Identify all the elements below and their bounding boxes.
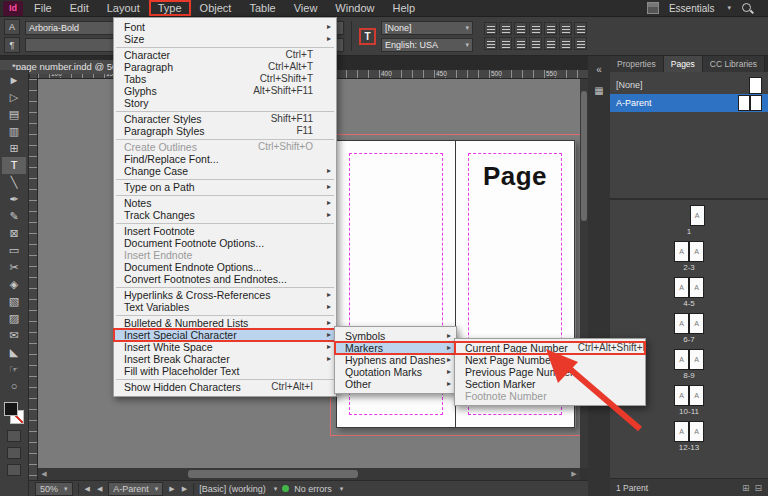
- menu-item-quotation-marks[interactable]: Quotation Marks▸: [335, 366, 456, 378]
- menu-item-previous-page-number[interactable]: Previous Page Number: [455, 366, 645, 378]
- menu-item-track-changes[interactable]: Track Changes▸: [114, 209, 336, 221]
- character-formatting-toggle[interactable]: A: [4, 19, 20, 35]
- menu-item-insert-footnote[interactable]: Insert Footnote: [114, 225, 336, 237]
- menu-item-fill-with-placeholder-text[interactable]: Fill with Placeholder Text: [114, 365, 336, 377]
- language-select[interactable]: English: USA ▾: [381, 38, 473, 52]
- gradient-swatch-tool[interactable]: ▧: [2, 293, 26, 310]
- gap-tool[interactable]: ▥: [2, 123, 26, 140]
- collapsed-panel-icon[interactable]: ▦: [594, 85, 603, 96]
- type-tool[interactable]: T: [2, 157, 26, 174]
- menu-item-insert-break-character[interactable]: Insert Break Character▸: [114, 353, 336, 365]
- rectangle-frame-tool[interactable]: ⊠: [2, 225, 26, 242]
- justify-all-button[interactable]: [574, 22, 587, 35]
- menubar-item-table[interactable]: Table: [240, 0, 284, 16]
- page-heading-text[interactable]: Page: [456, 161, 574, 192]
- paragraph-formatting-toggle[interactable]: ¶: [4, 37, 20, 53]
- menu-item-markers[interactable]: Markers▸: [335, 342, 456, 354]
- menu-item-text-variables[interactable]: Text Variables▸: [114, 301, 336, 313]
- last-line-indent-button[interactable]: [529, 37, 542, 50]
- tab-cc-libraries[interactable]: CC Libraries: [703, 56, 765, 72]
- pen-tool[interactable]: ✒: [2, 191, 26, 208]
- parent-row-a-parent[interactable]: A-Parent: [610, 94, 768, 112]
- menubar-item-object[interactable]: Object: [191, 0, 241, 16]
- menu-item-insert-white-space[interactable]: Insert White Space▸: [114, 341, 336, 353]
- zoom-tool[interactable]: ○: [2, 378, 26, 395]
- menu-item-next-page-number[interactable]: Next Page Number: [455, 354, 645, 366]
- menu-item-symbols[interactable]: Symbols▸: [335, 330, 456, 342]
- align-left-button[interactable]: [484, 22, 497, 35]
- menubar-item-view[interactable]: View: [285, 0, 327, 16]
- scroll-left-arrow[interactable]: ◀: [38, 470, 50, 478]
- menubar-item-file[interactable]: File: [25, 0, 61, 16]
- tab-properties[interactable]: Properties: [610, 56, 664, 72]
- page-spread-1[interactable]: A1: [674, 205, 705, 236]
- menu-item-document-footnote-options[interactable]: Document Footnote Options...: [114, 237, 336, 249]
- line-tool[interactable]: ╲: [2, 174, 26, 191]
- space-after-button[interactable]: [559, 37, 572, 50]
- pencil-tool[interactable]: ✎: [2, 208, 26, 225]
- indent-right-button[interactable]: [499, 37, 512, 50]
- create-page-icon[interactable]: ⊞: [742, 483, 750, 493]
- menubar-item-edit[interactable]: Edit: [61, 0, 98, 16]
- expand-panels-icon[interactable]: «: [596, 64, 602, 75]
- vertical-scroll-thumb[interactable]: [581, 91, 587, 221]
- menu-item-size[interactable]: Size▸: [114, 33, 336, 45]
- free-transform-tool[interactable]: ◈: [2, 276, 26, 293]
- direct-selection-tool[interactable]: ▷: [2, 89, 26, 106]
- justify-center-button[interactable]: [544, 22, 557, 35]
- menu-item-document-endnote-options[interactable]: Document Endnote Options...: [114, 261, 336, 273]
- gradient-feather-tool[interactable]: ▨: [2, 310, 26, 327]
- fill-stroke-swatch[interactable]: [3, 401, 25, 425]
- menu-item-story[interactable]: Story: [114, 97, 336, 109]
- apply-color-button[interactable]: [7, 447, 21, 459]
- menu-item-other[interactable]: Other▸: [335, 378, 456, 390]
- selection-tool[interactable]: ►: [2, 72, 26, 89]
- page-spread-6-7[interactable]: AA6-7: [674, 313, 704, 344]
- menu-item-insert-special-character[interactable]: Insert Special Character▸: [114, 329, 336, 341]
- align-right-button[interactable]: [514, 22, 527, 35]
- eyedropper-tool[interactable]: ◣: [2, 344, 26, 361]
- character-style-select[interactable]: [None] ▾: [381, 21, 473, 35]
- menu-item-character-styles[interactable]: Character StylesShift+F11: [114, 113, 336, 125]
- menu-item-hyphens-and-dashes[interactable]: Hyphens and Dashes▸: [335, 354, 456, 366]
- last-page-button[interactable]: ▶: [181, 485, 188, 493]
- menu-item-tabs[interactable]: TabsCtrl+Shift+T: [114, 73, 336, 85]
- preflight-errors-label[interactable]: No errors: [294, 484, 332, 494]
- preflight-profile[interactable]: [Basic] (working): [199, 484, 266, 494]
- parent-row-none[interactable]: [None]: [610, 76, 768, 94]
- horizontal-scroll-thumb[interactable]: [188, 470, 358, 478]
- note-tool[interactable]: ✉: [2, 327, 26, 344]
- indent-left-button[interactable]: [484, 37, 497, 50]
- menu-item-bulleted-numbered-lists[interactable]: Bulleted & Numbered Lists▸: [114, 317, 336, 329]
- first-line-indent-button[interactable]: [514, 37, 527, 50]
- previous-page-button[interactable]: ◀: [96, 485, 103, 493]
- page-spread-4-5[interactable]: AA4-5: [674, 277, 704, 308]
- page-number-select[interactable]: A-Parent ▾: [108, 482, 163, 496]
- drop-cap-button[interactable]: [574, 37, 587, 50]
- menubar-item-type[interactable]: Type: [149, 0, 191, 16]
- rectangle-tool[interactable]: ▭: [2, 242, 26, 259]
- menu-item-convert-footnotes-and-endnotes[interactable]: Convert Footnotes and Endnotes...: [114, 273, 336, 285]
- menu-item-change-case[interactable]: Change Case▸: [114, 165, 336, 177]
- menu-item-paragraph-styles[interactable]: Paragraph StylesF11: [114, 125, 336, 137]
- menu-item-notes[interactable]: Notes▸: [114, 197, 336, 209]
- menu-item-font[interactable]: Font▸: [114, 21, 336, 33]
- delete-page-icon[interactable]: ⊟: [754, 483, 762, 493]
- justify-left-button[interactable]: [529, 22, 542, 35]
- formatting-affects-text-button[interactable]: [7, 430, 21, 442]
- menu-item-glyphs[interactable]: GlyphsAlt+Shift+F11: [114, 85, 336, 97]
- menu-item-hyperlinks-cross-references[interactable]: Hyperlinks & Cross-References▸: [114, 289, 336, 301]
- search-icon[interactable]: [741, 2, 754, 15]
- hand-tool[interactable]: ☞: [2, 361, 26, 378]
- first-page-button[interactable]: ◀: [84, 485, 91, 493]
- fill-swatch[interactable]: [4, 402, 18, 416]
- menu-item-current-page-number[interactable]: Current Page NumberCtrl+Alt+Shift+N: [455, 342, 645, 354]
- tab-pages[interactable]: Pages: [664, 56, 703, 72]
- align-center-button[interactable]: [499, 22, 512, 35]
- page-tool[interactable]: ▤: [2, 106, 26, 123]
- text-fill-swatch[interactable]: T: [359, 28, 376, 45]
- page-spread-8-9[interactable]: AA8-9: [674, 349, 704, 380]
- vertical-scrollbar[interactable]: [580, 79, 588, 468]
- scroll-right-arrow[interactable]: ▶: [568, 470, 580, 478]
- horizontal-scrollbar[interactable]: ◀ ▶: [38, 468, 580, 480]
